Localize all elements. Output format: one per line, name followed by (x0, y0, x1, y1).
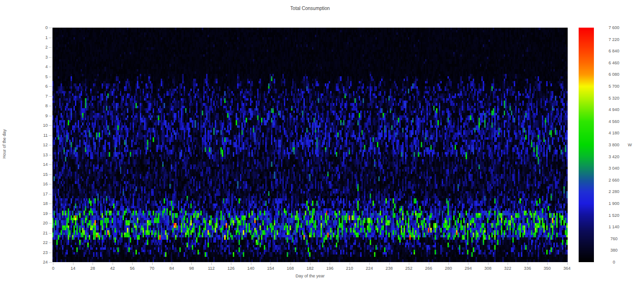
y-tick-mark (49, 47, 52, 48)
y-tick-mark (49, 174, 52, 175)
y-tick-label: 4 (33, 64, 48, 69)
x-tick-mark (468, 263, 468, 265)
x-tick-label: 280 (440, 266, 457, 271)
x-tick-mark (369, 263, 370, 265)
y-tick-label: 9 (33, 113, 48, 118)
y-tick-label: 12 (33, 142, 48, 147)
x-tick-mark (567, 263, 568, 265)
colorbar-tick-label: 1 900 (600, 201, 628, 206)
y-tick-label: 24 (33, 260, 48, 265)
colorbar-tick-label: 760 (600, 236, 628, 241)
y-tick-label: 11 (33, 133, 48, 138)
x-tick-label: 350 (539, 266, 555, 271)
y-tick-mark (49, 57, 52, 58)
colorbar-tick-label: 6 840 (600, 49, 628, 53)
colorbar-tick-label: 4 940 (600, 107, 628, 112)
colorbar-tick-label: 2 660 (600, 178, 628, 183)
x-tick-label: 140 (243, 266, 259, 271)
x-tick-mark (251, 263, 251, 265)
y-tick-mark (49, 86, 52, 87)
y-tick-label: 5 (33, 74, 48, 79)
x-tick-mark (113, 263, 113, 265)
colorbar-tick-label: 2 280 (600, 189, 628, 194)
y-tick-mark (49, 233, 52, 234)
x-tick-label: 336 (519, 266, 536, 271)
colorbar-tick-label: 4 180 (600, 131, 628, 135)
x-tick-mark (448, 263, 449, 265)
y-tick-mark (49, 77, 52, 77)
y-tick-mark (49, 116, 52, 116)
x-tick-label: 98 (183, 266, 199, 271)
x-tick-mark (93, 263, 93, 265)
y-tick-mark (49, 262, 52, 263)
x-tick-label: 294 (460, 266, 476, 271)
colorbar-unit-label: W (628, 142, 632, 147)
y-tick-label: 15 (33, 172, 48, 177)
x-tick-label: 266 (421, 266, 437, 271)
y-tick-label: 19 (33, 211, 48, 216)
y-tick-label: 17 (33, 192, 48, 196)
colorbar-tick-label: 1 140 (600, 224, 628, 229)
y-tick-mark (49, 155, 52, 155)
x-tick-mark (350, 263, 350, 265)
x-tick-mark (508, 263, 508, 265)
chart-container: Total Consumption Hour of the day 012345… (0, 0, 644, 285)
x-tick-label: 168 (282, 266, 299, 271)
colorbar-tick-label: 5 320 (600, 96, 628, 101)
colorbar-tick-label: 6 460 (600, 61, 628, 65)
y-tick-mark (49, 145, 52, 145)
x-tick-label: 0 (45, 266, 61, 271)
y-tick-mark (49, 164, 52, 165)
y-tick-mark (49, 223, 52, 224)
y-tick-label: 14 (33, 162, 48, 167)
y-tick-mark (49, 243, 52, 243)
x-tick-mark (488, 263, 488, 265)
colorbar-tick-label: 3 040 (600, 166, 628, 171)
x-tick-mark (547, 263, 548, 265)
y-tick-label: 13 (33, 153, 48, 157)
y-tick-label: 18 (33, 201, 48, 206)
colorbar-tick-label: 7 220 (600, 37, 628, 42)
x-tick-mark (291, 263, 291, 265)
x-tick-label: 154 (262, 266, 279, 271)
y-tick-mark (49, 184, 52, 184)
x-tick-mark (389, 263, 390, 265)
colorbar-tick-label: 7 600 (600, 25, 628, 30)
x-tick-label: 308 (480, 266, 496, 271)
y-tick-mark (49, 38, 52, 38)
y-tick-label: 20 (33, 221, 48, 225)
y-tick-label: 8 (33, 103, 48, 108)
y-tick-mark (49, 135, 52, 136)
x-tick-label: 196 (322, 266, 338, 271)
x-tick-mark (330, 263, 330, 265)
x-tick-mark (132, 263, 133, 265)
x-tick-label: 70 (144, 266, 160, 271)
y-tick-label: 10 (33, 123, 48, 128)
x-tick-label: 14 (65, 266, 81, 271)
y-tick-mark (49, 106, 52, 106)
colorbar-tick-label: 0 (600, 260, 628, 265)
colorbar-tick-label: 4 560 (600, 119, 628, 124)
x-tick-label: 322 (499, 266, 516, 271)
x-tick-label: 56 (124, 266, 140, 271)
y-tick-label: 3 (33, 55, 48, 60)
x-tick-mark (191, 263, 192, 265)
y-tick-label: 1 (33, 35, 48, 40)
x-tick-label: 42 (104, 266, 121, 271)
x-tick-label: 238 (381, 266, 397, 271)
x-tick-mark (270, 263, 271, 265)
y-tick-mark (49, 214, 52, 214)
x-tick-mark (172, 263, 172, 265)
y-tick-label: 21 (33, 231, 48, 235)
x-tick-label: 182 (302, 266, 318, 271)
x-tick-mark (53, 263, 53, 265)
y-tick-mark (49, 125, 52, 126)
y-tick-mark (49, 204, 52, 204)
y-tick-label: 16 (33, 182, 48, 186)
y-axis-label: Hour of the day (2, 113, 7, 175)
colorbar-tick-label: 6 080 (600, 72, 628, 77)
colorbar-tick-label: 380 (600, 248, 628, 253)
y-tick-label: 23 (33, 250, 48, 255)
x-tick-mark (231, 263, 231, 265)
x-tick-mark (310, 263, 311, 265)
